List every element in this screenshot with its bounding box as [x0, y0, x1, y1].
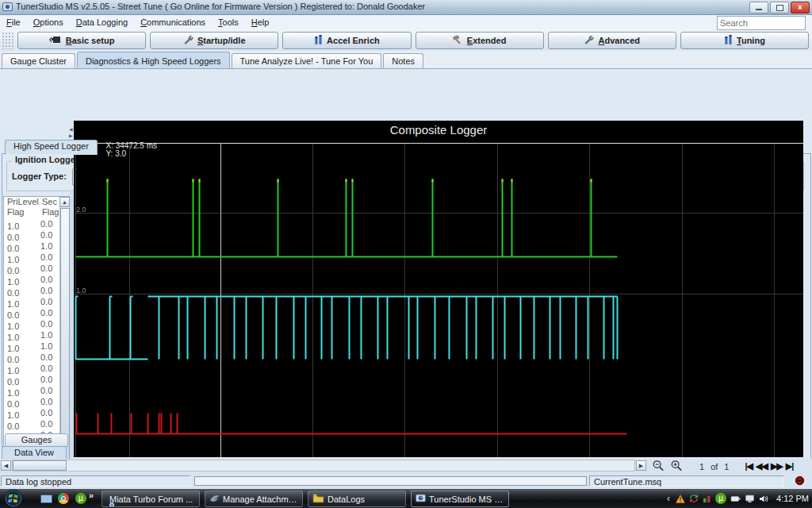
close-icon: × [798, 3, 802, 12]
table-row[interactable]: 1.00.0 [4, 407, 59, 418]
advanced-button[interactable]: Advanced [548, 32, 676, 49]
shakers-icon [724, 35, 733, 47]
zoom-in-icon[interactable] [670, 460, 684, 474]
basic-setup-button[interactable]: Basic setup [17, 32, 146, 49]
table-row[interactable]: 0.00.0 [4, 263, 59, 274]
scrollbar-thumb[interactable] [60, 208, 70, 462]
table-row[interactable]: 1.00.0 [4, 318, 59, 329]
tab-gauge-cluster[interactable]: Gauge Cluster [2, 53, 75, 68]
alert-icon[interactable] [676, 495, 685, 503]
task-datalogs[interactable]: DataLogs [308, 491, 406, 507]
table-row[interactable]: 0.00.0 [4, 285, 59, 296]
display-icon[interactable] [745, 495, 755, 503]
task-tunerstudio-ms-v2[interactable]: TunerStudio MS v2.... [411, 491, 509, 507]
progress-bar [194, 476, 587, 486]
toolbar-grip-handle[interactable] [2, 32, 14, 49]
gauges-view-button[interactable]: Gauges [5, 433, 68, 447]
extended-button[interactable]: Extended [416, 32, 544, 49]
task-miata-turbo-forum[interactable]: Miata Turbo Forum ... [102, 491, 200, 507]
chart-canvas[interactable]: Composite Logger2.01.0X: 34472.5 msY: 3.… [74, 121, 803, 457]
first-page-icon[interactable]: |◀ [745, 461, 753, 471]
menu-file[interactable]: File [0, 15, 27, 29]
toolbar-overflow-chevron[interactable]: » [89, 491, 94, 500]
table-row[interactable]: 0.00.0 [4, 396, 59, 407]
last-page-icon[interactable]: ▶| [786, 461, 794, 471]
table-row[interactable]: 0.00.0 [4, 229, 59, 241]
current-tune-file: CurrentTune.msq [589, 475, 784, 487]
tab-diagnostics-high-speed-loggers[interactable]: Diagnostics & High Speed Loggers [77, 52, 230, 68]
composite-logger-chart[interactable]: Composite Logger2.01.0X: 34472.5 msY: 3.… [74, 121, 803, 457]
tab-tune-analyze-live-tune-for-you[interactable]: Tune Analyze Live! - Tune For You [232, 53, 382, 68]
tunerstudio-icon [416, 493, 426, 505]
restore-icon [776, 5, 783, 11]
activity-icon[interactable] [703, 495, 711, 503]
table-row[interactable]: 0.01.0 [4, 241, 59, 252]
battery-icon[interactable] [730, 495, 741, 503]
table-row[interactable]: 0.00.0 [4, 352, 59, 363]
statusbar: Data log stopped CurrentTune.msq [0, 474, 812, 489]
table-row[interactable]: 1.01.0 [4, 329, 59, 341]
toolbar-button-label: Advanced [598, 36, 640, 45]
application-window: TunerStudio MS v2.5.05 - Street Tune ( G… [0, 0, 812, 508]
start-button[interactable] [4, 489, 23, 508]
table-row[interactable]: 0.00.0 [4, 374, 59, 385]
menu-data-logging[interactable]: Data Logging [70, 15, 134, 29]
startup-idle-button[interactable]: Startup/idle [150, 32, 278, 49]
dyno-icon [49, 35, 62, 46]
tab-high-speed-logger[interactable]: High Speed Logger [5, 140, 98, 155]
data-view-button[interactable]: Data View [2, 446, 67, 460]
trace-cyan-primary [76, 297, 618, 360]
prev-page-icon[interactable]: ◀◀ [756, 461, 768, 471]
window-title: TunerStudio MS v2.5.05 - Street Tune ( G… [16, 2, 425, 11]
wrench-icon [584, 35, 594, 47]
close-button[interactable]: × [791, 2, 810, 13]
tuning-button[interactable]: Tuning [680, 32, 809, 49]
scroll-right-icon[interactable]: ▶ [636, 460, 646, 471]
accel-enrich-button[interactable]: Accel Enrich [282, 32, 411, 49]
table-header: PriLevel Flag Sec Flag [4, 197, 59, 218]
search-input[interactable] [717, 16, 806, 30]
y-axis-label: 1.0 [76, 287, 86, 294]
hammer-icon [453, 35, 463, 47]
table-row[interactable]: 0.00.0 [4, 307, 59, 318]
menu-help[interactable]: Help [245, 15, 276, 29]
utorrent-icon[interactable]: µ [715, 493, 726, 504]
table-row[interactable]: 1.00.0 [4, 252, 59, 263]
attachment-icon [209, 494, 220, 505]
next-page-icon[interactable]: ▶▶ [771, 461, 783, 471]
table-row[interactable]: 1.00.0 [4, 296, 59, 307]
volume-icon[interactable] [759, 495, 769, 503]
splitter-collapse-icon[interactable]: ◀ [69, 126, 73, 132]
menu-options[interactable]: Options [27, 15, 70, 29]
monitor-icon[interactable] [40, 492, 52, 505]
tab-notes[interactable]: Notes [383, 53, 423, 68]
cursor-y-readout: Y: 3.0 [106, 149, 127, 158]
chart-horizontal-scrollbar[interactable] [12, 460, 635, 471]
page-indicator: 1 of 1 [699, 462, 729, 471]
menu-tools[interactable]: Tools [212, 15, 245, 29]
task-manage-attachmen[interactable]: Manage Attachmen... [205, 491, 303, 507]
zoom-out-icon[interactable] [652, 460, 665, 474]
utorrent-icon[interactable]: µ [75, 492, 87, 505]
restore-button[interactable] [770, 2, 789, 13]
taskbar-clock[interactable]: 4:12 PM [776, 494, 809, 503]
toolbar-button-label: Tuning [737, 36, 765, 45]
scrollbar-thumb[interactable] [13, 460, 67, 471]
menu-communications[interactable]: Communications [134, 15, 212, 29]
table-row[interactable]: 1.00.0 [4, 363, 59, 374]
table-row[interactable]: 0.00.0 [4, 418, 59, 429]
scroll-up-icon[interactable]: ▲ [59, 197, 70, 207]
table-row[interactable]: 1.00.0 [4, 385, 59, 396]
splitter-expand-icon[interactable]: ▶ [69, 133, 73, 138]
shakers-icon [314, 35, 323, 47]
scroll-left-icon[interactable]: ◀ [1, 460, 11, 471]
minimize-button[interactable] [749, 2, 768, 13]
sync-icon[interactable] [689, 494, 699, 503]
titlebar: TunerStudio MS v2.5.05 - Street Tune ( G… [0, 0, 812, 15]
table-row[interactable]: 1.00.0 [4, 274, 59, 285]
hidden-icons-chevron[interactable]: ‹ [667, 493, 670, 504]
table-row[interactable]: 1.00.0 [4, 218, 59, 229]
chart-nav-row: ◀ ▶ 1 of 1 |◀◀◀▶▶▶| [0, 459, 812, 474]
chrome-icon[interactable] [57, 492, 70, 505]
table-row[interactable]: 1.01.0 [4, 341, 59, 352]
